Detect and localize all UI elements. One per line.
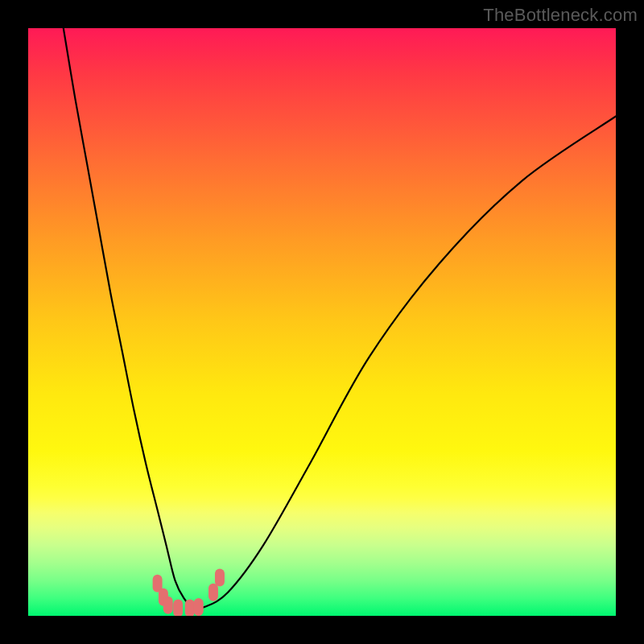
marker-left-cluster bbox=[163, 597, 173, 614]
chart-frame: TheBottleneck.com bbox=[0, 0, 644, 644]
curve-layer bbox=[28, 28, 616, 616]
bottleneck-curve bbox=[64, 28, 616, 609]
marker-floor-cluster bbox=[194, 598, 204, 616]
marker-right-cluster bbox=[208, 584, 218, 601]
plot-area bbox=[28, 28, 616, 616]
watermark-text: TheBottleneck.com bbox=[483, 5, 638, 26]
marker-floor-cluster bbox=[173, 600, 183, 616]
marker-floor-cluster bbox=[185, 600, 195, 616]
marker-right-cluster bbox=[215, 569, 225, 587]
marker-layer bbox=[153, 569, 225, 616]
